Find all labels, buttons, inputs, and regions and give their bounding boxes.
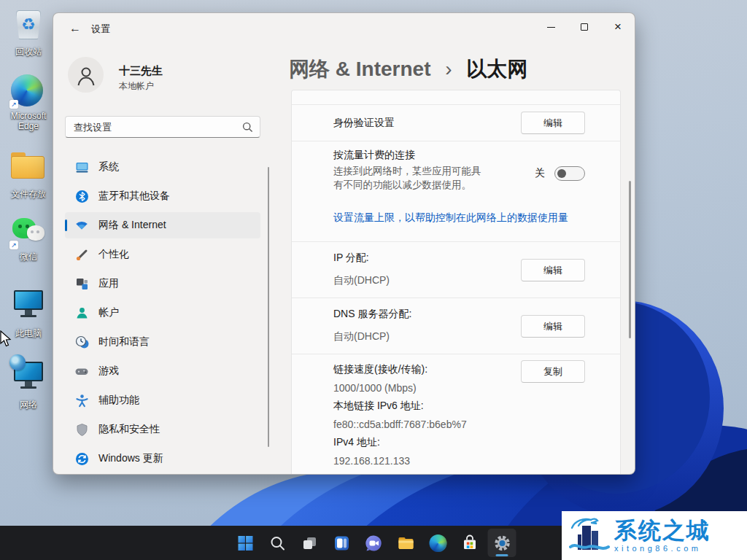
store-button[interactable]: [456, 529, 484, 557]
person-icon: [75, 64, 97, 86]
settings-button[interactable]: [488, 529, 516, 557]
file-explorer-button[interactable]: [392, 529, 420, 557]
breadcrumb-current: 以太网: [466, 58, 527, 80]
widgets-button[interactable]: [328, 529, 356, 557]
edge-logo: [429, 534, 446, 552]
time-language-icon: [74, 335, 89, 349]
settings-search: [65, 116, 260, 138]
sidebar-item-system[interactable]: 系统: [65, 154, 260, 180]
watermark: 系统之城 xitong86.com: [562, 511, 747, 560]
gaming-icon: [74, 364, 89, 378]
screen: 回收站 ↗ Microsoft Edge 文件存放 ↗ 微信 此电脑 网络 ←: [0, 0, 747, 560]
back-button[interactable]: ←: [63, 19, 87, 38]
user-account-type: 本地帐户: [119, 80, 154, 93]
desktop-icon-label: 文件存放: [0, 189, 57, 199]
search-input[interactable]: [66, 117, 260, 137]
sidebar-item-gaming[interactable]: 游戏: [65, 358, 260, 384]
sidebar-item-label: 游戏: [98, 365, 119, 378]
metered-toggle[interactable]: [554, 166, 585, 181]
data-limit-link[interactable]: 设置流量上限，以帮助控制在此网络上的数据使用量: [333, 211, 568, 225]
folder-icon: [11, 152, 46, 186]
ip-edit-button[interactable]: 编辑: [521, 259, 585, 281]
chat-button[interactable]: [360, 529, 388, 557]
content-scrollbar[interactable]: [629, 181, 631, 338]
ip-assignment-value: 自动(DHCP): [333, 274, 390, 287]
watermark-text: 系统之城 xitong86.com: [614, 519, 711, 553]
dns-edit-button[interactable]: 编辑: [521, 315, 585, 338]
recycle-bin-icon: [11, 10, 46, 44]
sidebar-item-accounts[interactable]: 帐户: [65, 300, 260, 326]
sidebar-item-personalization[interactable]: 个性化: [65, 241, 260, 268]
shortcut-arrow-icon: ↗: [9, 241, 18, 249]
window-title: 设置: [91, 23, 110, 36]
user-name: 十三先生: [119, 64, 163, 78]
desktop-icon-label: 回收站: [0, 47, 57, 57]
network-icon: [11, 359, 46, 392]
minimize-button[interactable]: [534, 13, 568, 41]
breadcrumb: 网络 & Internet › 以太网: [289, 55, 527, 83]
start-button[interactable]: [231, 529, 260, 557]
authentication-row: 身份验证设置 编辑: [292, 105, 620, 141]
sidebar-item-bluetooth[interactable]: 蓝牙和其他设备: [65, 183, 260, 209]
dns-assignment-row: DNS 服务器分配: 自动(DHCP) 编辑: [292, 298, 620, 354]
desktop-icon-label: Microsoft Edge: [3, 111, 54, 131]
sidebar-item-privacy-security[interactable]: 隐私和安全性: [65, 416, 260, 443]
ip-assignment-row: IP 分配: 自动(DHCP) 编辑: [292, 242, 620, 298]
desktop-icon-label: 微信: [0, 252, 57, 262]
taskbar-icons: [231, 526, 516, 560]
maximize-button[interactable]: [568, 13, 601, 41]
sidebar-item-network-internet[interactable]: 网络 & Internet: [65, 212, 260, 238]
ipv6-address-label: 本地链接 IPv6 地址:: [333, 397, 620, 415]
sidebar-item-apps[interactable]: 应用: [65, 271, 260, 297]
ip-assignment-label: IP 分配:: [333, 252, 369, 265]
watermark-logo-icon: [569, 516, 610, 556]
partial-row: [292, 90, 620, 105]
desktop-icon-recycle-bin[interactable]: 回收站: [0, 9, 57, 57]
sidebar-item-windows-update[interactable]: Windows 更新: [65, 446, 260, 472]
mouse-cursor: [0, 330, 12, 351]
sidebar-item-accessibility[interactable]: 辅助功能: [65, 387, 260, 413]
desktop-icon-wechat[interactable]: ↗ 微信: [0, 215, 57, 262]
authentication-edit-button[interactable]: 编辑: [521, 112, 585, 134]
search-icon: [242, 122, 253, 133]
sidebar-scrollbar[interactable]: [268, 167, 269, 447]
sidebar-item-time-language[interactable]: 时间和语言: [65, 329, 260, 355]
metered-connection-row: 按流量计费的连接 连接到此网络时，某些应用可能具有不同的功能以减少数据使用。 关…: [292, 141, 620, 242]
sidebar-item-label: 系统: [98, 160, 119, 174]
desktop-icon-folder[interactable]: 文件存放: [0, 148, 57, 199]
privacy-shield-icon: [74, 422, 89, 437]
ipv6-address-value: fe80::cd5a:bdff:7687:b6eb%7: [333, 415, 620, 433]
windows-update-icon: [74, 451, 89, 466]
network-wifi-icon: [74, 218, 89, 233]
this-pc-icon: [11, 287, 46, 321]
titlebar: ← 设置 ×: [53, 13, 635, 42]
breadcrumb-separator-icon: ›: [445, 58, 452, 80]
ethernet-settings-list: 身份验证设置 编辑 按流量计费的连接 连接到此网络时，某些应用可能具有不同的功能…: [291, 90, 621, 475]
accessibility-icon: [74, 393, 89, 408]
toggle-knob: [557, 169, 566, 178]
taskbar-search-button[interactable]: [263, 529, 292, 557]
metered-title: 按流量计费的连接: [333, 149, 415, 162]
sidebar-item-label: 网络 & Internet: [98, 219, 166, 232]
desktop-icon-network[interactable]: 网络: [0, 359, 57, 410]
sidebar-item-label: 隐私和安全性: [98, 423, 160, 436]
edge-icon: ↗: [11, 74, 46, 108]
desktop-icon-microsoft-edge[interactable]: ↗ Microsoft Edge: [0, 74, 57, 131]
metered-toggle-group: 关: [535, 166, 585, 181]
caption-buttons: ×: [534, 13, 635, 41]
task-view-button[interactable]: [295, 529, 324, 557]
ipv4-address-value: 192.168.121.133: [333, 451, 620, 470]
watermark-title: 系统之城: [614, 519, 711, 542]
copy-button[interactable]: 复制: [521, 360, 585, 383]
breadcrumb-parent[interactable]: 网络 & Internet: [289, 58, 430, 80]
sidebar-item-label: 辅助功能: [98, 394, 139, 407]
wechat-icon: ↗: [11, 215, 46, 249]
avatar[interactable]: [68, 57, 104, 93]
close-button[interactable]: ×: [601, 13, 635, 41]
edge-button[interactable]: [424, 529, 452, 557]
authentication-label: 身份验证设置: [333, 117, 395, 130]
system-icon: [74, 160, 89, 174]
sidebar-item-label: 帐户: [98, 306, 119, 319]
personalization-icon: [74, 247, 89, 262]
watermark-url: xitong86.com: [614, 544, 711, 553]
